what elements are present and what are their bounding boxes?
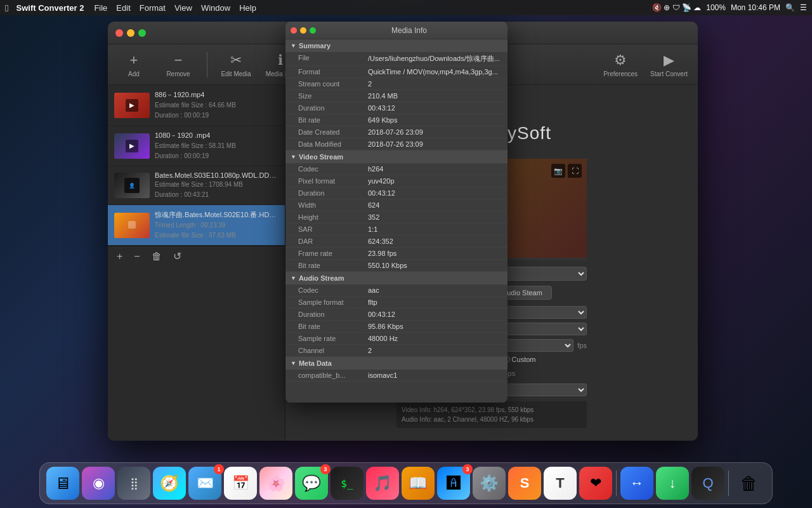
close-button[interactable] <box>115 29 123 37</box>
dock-quicklook[interactable]: Q <box>691 467 724 500</box>
video-stream-label: Video Stream <box>299 153 343 161</box>
search-icon[interactable]: 🔍 <box>785 3 795 12</box>
file-type-icon: ▶ <box>126 99 138 112</box>
dock-terminal[interactable]: $_ <box>331 467 363 500</box>
mi-row-format: Format QuickTime / MOV(mov,mp4,m4a,3gp,3… <box>285 66 508 78</box>
mi-key: Duration <box>298 189 368 197</box>
delete-file-button[interactable]: 🗑 <box>149 250 164 264</box>
app-name[interactable]: Swift Converter 2 <box>16 3 84 13</box>
dock-appstore[interactable]: 🅰 3 <box>437 467 470 500</box>
mi-row-vduration: Duration 00:43:12 <box>285 187 508 199</box>
trash-icon: 🗑 <box>740 473 758 494</box>
start-convert-button[interactable]: ▶ Start Convert <box>650 52 688 77</box>
mi-key: Pixel format <box>298 177 368 185</box>
maximize-button[interactable] <box>138 29 146 37</box>
mi-val: 550.10 Kbps <box>368 262 407 269</box>
mi-row-aduration: Duration 00:43:12 <box>285 309 508 321</box>
remove-button[interactable]: − Remove <box>162 52 194 77</box>
file-name: 惊魂序曲.Bates.Motel.S02E10.番.HDTVrip.624X35… <box>155 210 278 220</box>
mi-row-abitrate: Bit rate 95.86 Kbps <box>285 321 508 333</box>
file-thumbnail: ▶ <box>114 133 150 159</box>
dock-container: 🖥 ◉ ⣿ 🧭 ✉️ 1 📅 🌸 💬 3 <box>39 462 773 504</box>
mi-max-button[interactable] <box>310 27 316 34</box>
music-icon: 🎵 <box>373 474 392 492</box>
safari-icon: 🧭 <box>160 474 179 492</box>
edit-media-button[interactable]: ✂ Edit Media <box>220 52 252 77</box>
dock-separator-2 <box>728 471 729 496</box>
apple-menu[interactable]:  <box>5 3 8 13</box>
notification-icon[interactable]: ☰ <box>800 3 807 12</box>
file-item[interactable]: 👤 Bates.Motel.S03E10.1080p.WDL.DD5.1.H.2… <box>108 166 285 205</box>
file-item-selected[interactable]: 惊魂序曲.Bates.Motel.S02E10.番.HDTVrip.624X35… <box>108 205 285 246</box>
mi-close-button[interactable] <box>291 27 297 34</box>
dock-trash[interactable]: 🗑 <box>733 467 766 500</box>
dock-installer[interactable]: ↓ <box>656 467 689 500</box>
dock-typora[interactable]: T <box>544 467 577 500</box>
mi-key: compatible_b... <box>298 371 368 379</box>
file-duration: Duration : 00:00:19 <box>155 152 278 161</box>
dock-safari[interactable]: 🧭 <box>153 467 186 500</box>
media-info-titlebar: Media Info <box>285 22 508 39</box>
mi-row-samplefmt: Sample format fltp <box>285 297 508 309</box>
dock-calendar[interactable]: 📅 <box>224 467 257 500</box>
video-stream-arrow: ▼ <box>291 154 296 160</box>
mi-val: 210.4 MB <box>368 92 398 100</box>
add-button[interactable]: + Add <box>118 52 150 77</box>
menu-help[interactable]: Help <box>239 3 256 13</box>
dock-music[interactable]: 🎵 <box>366 467 399 500</box>
fullscreen-button[interactable]: ⛶ <box>568 164 582 178</box>
mi-min-button[interactable] <box>300 27 306 34</box>
mi-val: 23.98 fps <box>368 250 396 257</box>
menu-format[interactable]: Format <box>140 3 166 13</box>
file-info: 惊魂序曲.Bates.Motel.S02E10.番.HDTVrip.624X35… <box>155 210 278 240</box>
minimize-button[interactable] <box>127 29 134 37</box>
start-label: Start Convert <box>650 70 688 77</box>
file-item[interactable]: ▶ 1080－1920 .mp4 Estimate file Size : 58… <box>108 126 285 166</box>
menubar-right: 🔇 ⊕ 🛡 📡 ☁ 100% Mon 10:46 PM 🔍 ☰ <box>652 3 807 12</box>
mi-val: 95.86 Kbps <box>368 323 403 330</box>
menu-file[interactable]: File <box>94 3 107 13</box>
dock-finder[interactable]: 🖥 <box>46 467 79 500</box>
audio-stream-header[interactable]: ▼ Audio Stream <box>285 272 508 284</box>
mi-row-sar: SAR 1:1 <box>285 224 508 236</box>
file-item[interactable]: ▶ 886－1920.mp4 Estimate file Size : 64.6… <box>108 85 285 126</box>
framerate-unit: fps <box>577 342 587 349</box>
mi-key: DAR <box>298 237 368 245</box>
dock-launchpad[interactable]: ⣿ <box>117 467 150 500</box>
file-list-bottom: + − 🗑 ↺ <box>108 246 285 266</box>
file-thumbnail <box>114 213 150 238</box>
dock-pockity[interactable]: ❤ <box>579 467 612 500</box>
mi-row-codec: Codec h264 <box>285 163 508 175</box>
file-info: 886－1920.mp4 Estimate file Size : 64.66 … <box>155 90 278 120</box>
dock-systemprefs[interactable]: ⚙️ <box>473 467 506 500</box>
metadata-header[interactable]: ▼ Meta Data <box>285 357 508 370</box>
add-file-button[interactable]: + <box>114 250 125 264</box>
dock-photos[interactable]: 🌸 <box>259 467 292 500</box>
media-info-lights <box>291 27 316 34</box>
mi-val: 48000 Hz <box>368 335 398 342</box>
dock-migrate[interactable]: ↔ <box>620 467 653 500</box>
mi-val: 649 Kbps <box>368 116 397 124</box>
preferences-button[interactable]: ⚙ Preferences <box>603 52 638 77</box>
menu-edit[interactable]: Edit <box>116 3 130 13</box>
dock-siri[interactable]: ◉ <box>82 467 115 500</box>
bitrate-custom[interactable]: Custom <box>504 356 536 363</box>
video-stream-header[interactable]: ▼ Video Stream <box>285 150 508 163</box>
dock-sublime[interactable]: S <box>508 467 541 500</box>
summary-header[interactable]: ▼ Summary <box>285 39 508 52</box>
mi-val: h264 <box>368 165 383 173</box>
dock-books[interactable]: 📖 <box>402 467 435 500</box>
siri-icon: ◉ <box>93 475 105 491</box>
media-info-title: Media Info <box>316 26 502 35</box>
screenshot-button[interactable]: 📷 <box>551 164 565 178</box>
add-icon: + <box>130 52 138 69</box>
refresh-button[interactable]: ↺ <box>171 249 184 264</box>
mi-key: Size <box>298 92 368 100</box>
menu-view[interactable]: View <box>174 3 192 13</box>
mi-val: isomavc1 <box>368 371 397 379</box>
remove-file-button[interactable]: − <box>131 250 142 264</box>
dock-mail[interactable]: ✉️ 1 <box>188 467 221 500</box>
dock-messages[interactable]: 💬 3 <box>295 467 328 500</box>
menu-window[interactable]: Window <box>201 3 230 13</box>
remove-label: Remove <box>166 70 190 77</box>
